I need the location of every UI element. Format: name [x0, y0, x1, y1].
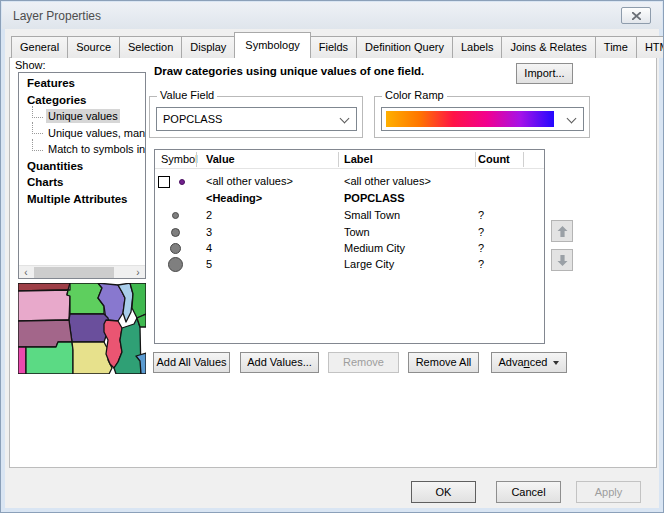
tree-connector — [32, 139, 43, 151]
tab-joins-relates[interactable]: Joins & Relates — [501, 36, 595, 58]
window-title: Layer Properties — [13, 9, 101, 23]
remove-button[interactable]: Remove — [328, 352, 399, 373]
remove-all-button[interactable]: Remove All — [408, 352, 479, 373]
color-ramp-swatch — [386, 111, 554, 127]
symbology-page: Show: Features Categories Unique values … — [9, 57, 657, 468]
value-field-group: Value Field POPCLASS — [149, 96, 363, 138]
show-tree-items: Features Categories Unique values Unique… — [19, 73, 145, 207]
tree-horizontal-scrollbar[interactable]: ‹ › — [19, 265, 145, 278]
color-ramp-label: Color Ramp — [382, 89, 447, 101]
color-ramp-combo[interactable] — [381, 107, 584, 131]
tree-item-charts[interactable]: Charts — [19, 174, 145, 191]
tree-item-multiple-attributes[interactable]: Multiple Attributes — [19, 191, 145, 208]
tab-html-popup[interactable]: HTML Popup — [636, 36, 664, 58]
category-symbol-icon[interactable] — [170, 243, 181, 254]
add-all-values-button[interactable]: Add All Values — [153, 352, 230, 373]
column-header-label: Label — [344, 153, 373, 165]
tree-item-match-symbols[interactable]: Match to symbols in a — [19, 141, 145, 158]
layer-properties-dialog: Layer Properties General Source Selectio… — [0, 0, 664, 513]
category-symbol-icon[interactable] — [168, 257, 183, 272]
arrow-down-icon — [556, 254, 569, 267]
tree-item-quantities[interactable]: Quantities — [19, 158, 145, 175]
method-description: Draw categories using unique values of o… — [154, 65, 424, 77]
tab-time[interactable]: Time — [595, 36, 637, 58]
move-down-button[interactable] — [551, 249, 573, 271]
table-header: Symbol Value Label Count — [155, 150, 544, 169]
ok-button[interactable]: OK — [411, 481, 476, 503]
close-button[interactable] — [621, 7, 651, 24]
scroll-left-icon[interactable]: ‹ — [19, 266, 33, 279]
all-other-values-checkbox[interactable] — [158, 176, 170, 188]
chevron-down-icon — [567, 114, 577, 124]
tab-selection[interactable]: Selection — [119, 36, 182, 58]
advanced-button[interactable]: Advanced — [491, 352, 567, 373]
value-field-label: Value Field — [157, 89, 217, 101]
tab-definition-query[interactable]: Definition Query — [356, 36, 453, 58]
table-row[interactable]: 5 Large City ? — [155, 256, 544, 273]
tab-fields[interactable]: Fields — [310, 36, 357, 58]
tab-labels[interactable]: Labels — [452, 36, 502, 58]
color-ramp-group: Color Ramp — [374, 96, 590, 138]
title-bar: Layer Properties — [2, 2, 662, 29]
category-symbol-icon[interactable] — [171, 228, 180, 237]
show-label: Show: — [15, 59, 46, 71]
show-tree: Features Categories Unique values Unique… — [18, 72, 146, 279]
tab-strip: General Source Selection Display Symbolo… — [11, 35, 664, 58]
tree-connector — [32, 122, 43, 134]
values-table: Symbol Value Label Count <all other valu… — [154, 149, 545, 344]
value-field-value: POPCLASS — [163, 113, 222, 125]
tab-display[interactable]: Display — [181, 36, 235, 58]
table-row[interactable]: 2 Small Town ? — [155, 207, 544, 224]
column-header-symbol: Symbol — [161, 153, 198, 165]
scroll-right-icon[interactable]: › — [131, 266, 145, 279]
tab-source[interactable]: Source — [67, 36, 120, 58]
tree-item-features[interactable]: Features — [19, 75, 145, 92]
tree-connector — [32, 106, 43, 118]
close-icon — [632, 12, 641, 20]
category-symbol-icon[interactable] — [172, 212, 179, 219]
scrollbar-thumb[interactable] — [34, 267, 114, 278]
dropdown-arrow-icon — [553, 361, 559, 365]
column-header-count: Count — [478, 153, 510, 165]
table-row[interactable]: 3 Town ? — [155, 224, 544, 241]
apply-button[interactable]: Apply — [576, 481, 641, 503]
import-button[interactable]: Import... — [516, 63, 573, 84]
tab-general[interactable]: General — [11, 36, 68, 58]
all-other-values-symbol-icon[interactable] — [179, 179, 185, 185]
table-row[interactable]: <Heading> POPCLASS — [155, 190, 544, 207]
value-field-combo[interactable]: POPCLASS — [156, 107, 357, 131]
table-row[interactable]: 4 Medium City ? — [155, 240, 544, 257]
move-up-button[interactable] — [551, 220, 573, 242]
cancel-button[interactable]: Cancel — [496, 481, 561, 503]
tab-symbology[interactable]: Symbology — [234, 32, 310, 58]
map-preview — [18, 283, 146, 374]
table-row[interactable]: <all other values> <all other values> — [155, 173, 544, 190]
arrow-up-icon — [556, 225, 569, 238]
add-values-button[interactable]: Add Values... — [240, 352, 319, 373]
column-header-value: Value — [206, 153, 235, 165]
chevron-down-icon — [340, 114, 350, 124]
